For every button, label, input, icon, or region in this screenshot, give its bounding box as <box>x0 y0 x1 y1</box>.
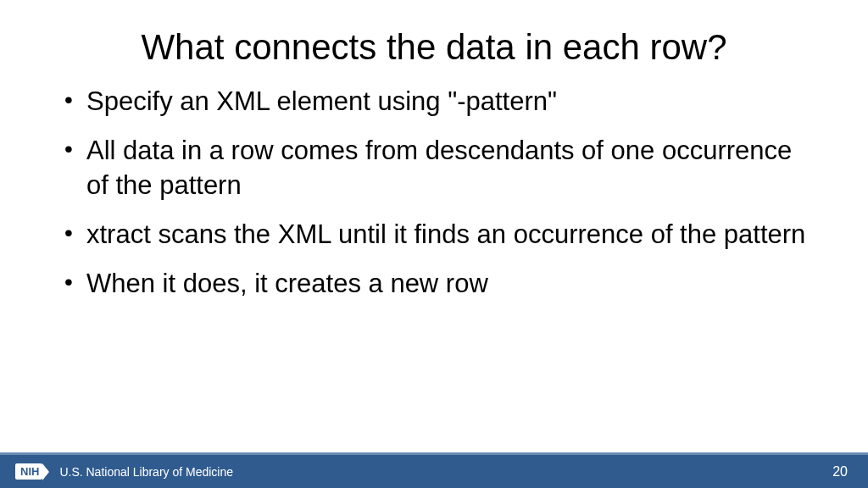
list-item: xtract scans the XML until it finds an o… <box>59 218 809 252</box>
list-item: Specify an XML element using "-pattern" <box>59 85 809 119</box>
footer-org-name: U.S. National Library of Medicine <box>59 465 233 479</box>
bullet-list: Specify an XML element using "-pattern" … <box>59 85 809 301</box>
page-number: 20 <box>832 464 848 480</box>
slide-container: What connects the data in each row? Spec… <box>0 0 868 488</box>
nih-logo-icon: NIH <box>15 463 42 480</box>
slide-title: What connects the data in each row? <box>0 0 868 85</box>
footer-left: NIH U.S. National Library of Medicine <box>15 463 233 480</box>
slide-footer: NIH U.S. National Library of Medicine 20 <box>0 452 868 488</box>
slide-content: Specify an XML element using "-pattern" … <box>0 85 868 452</box>
list-item: All data in a row comes from descendants… <box>59 134 809 202</box>
list-item: When it does, it creates a new row <box>59 267 809 301</box>
